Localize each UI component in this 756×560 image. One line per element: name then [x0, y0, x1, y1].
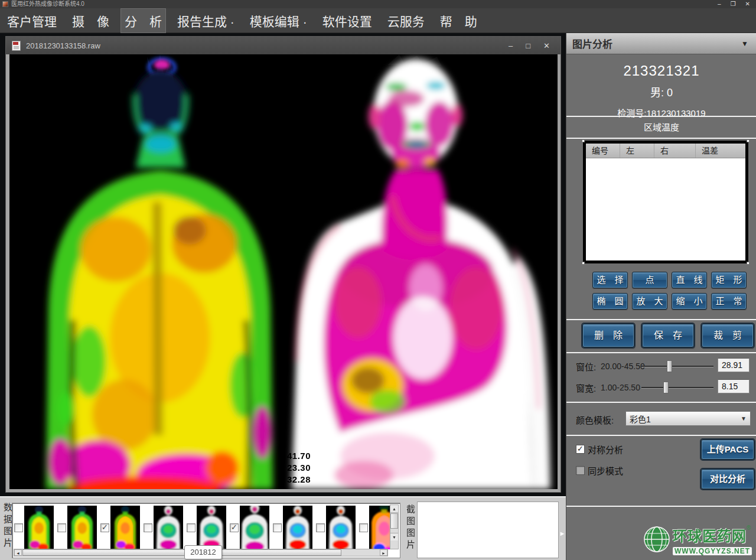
window-title: 医用红外热成像诊断系统4.0: [11, 1, 718, 8]
thumbnail-checkbox[interactable]: ✓: [230, 523, 239, 532]
patient-info: 213321321 男: 0 检测号:181230133019: [566, 54, 756, 119]
scroll-left-icon[interactable]: ◄: [14, 549, 22, 556]
thumbnail-checkbox[interactable]: ✓: [273, 523, 282, 532]
zoom-in-button[interactable]: 放 大: [632, 293, 667, 310]
column-header: 右: [654, 144, 696, 158]
watermark: 环球医药网® WWW.QGYYZS.NET: [643, 525, 752, 555]
point-button[interactable]: 点: [632, 272, 667, 288]
app-icon: [2, 1, 8, 7]
thumbnail-image[interactable]: [283, 506, 312, 549]
thumbnail-checkbox[interactable]: ✓: [14, 523, 23, 532]
capture-images-label: 截图图片: [404, 504, 416, 552]
thermal-image-canvas[interactable]: 41.70 23.30 32.28: [9, 54, 558, 489]
color-template-row: 颜色模板: 彩色1 ▼: [566, 408, 756, 431]
symmetry-analysis-option: ✓ 对称分析: [576, 443, 623, 455]
minimize-icon[interactable]: –: [718, 1, 721, 8]
line-button[interactable]: 直 线: [672, 272, 707, 288]
upload-pacs-button[interactable]: 上传PACS: [701, 439, 754, 460]
separator: [566, 435, 756, 436]
thumbnail-image[interactable]: [197, 506, 226, 549]
horizontal-scrollbar-thumb[interactable]: [22, 549, 341, 556]
scroll-down-icon[interactable]: ▼: [390, 533, 398, 541]
delete-button[interactable]: 删 除: [582, 324, 634, 347]
thumbnail-item: ✓: [144, 506, 183, 549]
reading-value: 23.30: [287, 462, 311, 474]
splitter-arrow-icon[interactable]: ►: [559, 526, 566, 541]
window-level-value[interactable]: 28.91: [718, 358, 750, 372]
crop-button[interactable]: 裁 剪: [702, 324, 754, 347]
vertical-scrollbar[interactable]: ▲ ▼: [390, 504, 399, 549]
thumbnail-checkbox[interactable]: ✓: [316, 523, 325, 532]
separator: [566, 506, 756, 507]
panel-collapse-icon[interactable]: ▼: [741, 40, 748, 48]
image-document-window: 20181230133158.raw – □ ✕: [6, 37, 561, 492]
window-level-slider-thumb[interactable]: [667, 360, 672, 372]
window-width-value[interactable]: 8.15: [718, 379, 750, 393]
region-temperature-table[interactable]: 编号 左 右 温差: [583, 141, 748, 263]
thumbnail-image[interactable]: [110, 506, 140, 549]
globe-icon: [643, 526, 670, 553]
rectangle-button[interactable]: 矩 形: [711, 272, 747, 288]
vertical-scrollbar-thumb[interactable]: [390, 513, 398, 529]
save-button[interactable]: 保 存: [642, 324, 694, 347]
capture-image-list[interactable]: [417, 502, 559, 558]
window-level-slider[interactable]: [641, 366, 713, 367]
region-temperature-title: 区域温度: [566, 117, 756, 138]
menu-report-generation[interactable]: 报告生成 ·: [174, 9, 238, 32]
window-width-row: 窗宽: 1.00-25.50 8.15: [566, 380, 756, 395]
thumbnail-checkbox[interactable]: ✓: [100, 523, 109, 532]
resize-handle: [582, 139, 585, 142]
thumbnail-item: ✓: [230, 506, 269, 549]
panel-title: 图片分析: [572, 36, 741, 51]
separator: [566, 319, 756, 320]
thumbnail-checkbox[interactable]: ✓: [57, 523, 66, 532]
thumbnail-image[interactable]: [240, 506, 269, 549]
ellipse-button[interactable]: 椭 圆: [592, 293, 628, 310]
column-header: 编号: [586, 144, 620, 158]
zoom-out-button[interactable]: 缩 小: [672, 293, 707, 310]
table-header: 编号 左 右 温差: [586, 144, 745, 158]
window-width-slider[interactable]: [641, 387, 713, 388]
thumbnail-checkbox[interactable]: ✓: [359, 523, 368, 532]
resize-handle: [747, 139, 750, 142]
thumbnail-image[interactable]: [67, 506, 97, 549]
thumbnail-item: ✓: [316, 506, 356, 549]
analysis-panel: 图片分析 ▼ 213321321 男: 0 检测号:181230133019 区…: [566, 33, 756, 560]
color-template-dropdown[interactable]: 彩色1 ▼: [625, 411, 751, 426]
window-level-range: 20.00-45.50: [601, 362, 645, 371]
child-minimize-icon[interactable]: –: [509, 41, 513, 50]
menu-help[interactable]: 帮 助: [436, 9, 481, 32]
scroll-right-icon[interactable]: ►: [380, 549, 387, 556]
thumbnail-checkbox[interactable]: ✓: [144, 523, 152, 532]
thumbnail-image[interactable]: [326, 506, 356, 549]
thumbnail-image[interactable]: [24, 506, 54, 549]
symmetry-analysis-checkbox[interactable]: ✓: [576, 445, 585, 454]
compare-analysis-button[interactable]: 对比分析: [701, 469, 754, 489]
application-window: 医用红外热成像诊断系统4.0 – ❐ ✕ 客户管理 摄 像 分 析 报告生成 ·…: [0, 0, 756, 560]
menu-analysis[interactable]: 分 析: [121, 9, 165, 32]
workspace: 20181230133158.raw – □ ✕: [0, 34, 566, 496]
child-close-icon[interactable]: ✕: [543, 41, 550, 50]
restore-icon[interactable]: ❐: [731, 1, 736, 8]
tool-buttons: 选 择 点 直 线 矩 形 椭 圆 放 大 缩 小 正 常: [592, 272, 750, 310]
menu-customer-management[interactable]: 客户管理: [4, 9, 60, 32]
thumbnail-item: ✓: [14, 506, 54, 549]
sync-mode-label: 同步模式: [588, 464, 623, 477]
child-maximize-icon[interactable]: □: [526, 41, 530, 50]
window-width-range: 1.00-25.50: [601, 383, 640, 392]
thumbnail-image[interactable]: [154, 506, 183, 549]
window-width-slider-thumb[interactable]: [663, 382, 669, 393]
thumbnail-bar: 数据图片 ✓ ✓ ✓ ✓: [0, 496, 566, 560]
menu-capture[interactable]: 摄 像: [69, 9, 113, 32]
sync-mode-checkbox[interactable]: ✓: [576, 466, 585, 475]
thumbnail-checkbox[interactable]: ✓: [187, 523, 195, 532]
close-icon[interactable]: ✕: [745, 1, 750, 8]
select-button[interactable]: 选 择: [592, 272, 628, 288]
menu-cloud-service[interactable]: 云服务: [384, 9, 428, 32]
tooltip: 201812: [184, 545, 222, 559]
image-window-title-bar[interactable]: 20181230133158.raw – □ ✕: [6, 37, 561, 54]
scroll-up-icon[interactable]: ▲: [390, 505, 398, 513]
menu-software-settings[interactable]: 软件设置: [319, 9, 376, 32]
normal-button[interactable]: 正 常: [711, 293, 747, 310]
menu-template-edit[interactable]: 模板编辑 ·: [246, 9, 311, 32]
